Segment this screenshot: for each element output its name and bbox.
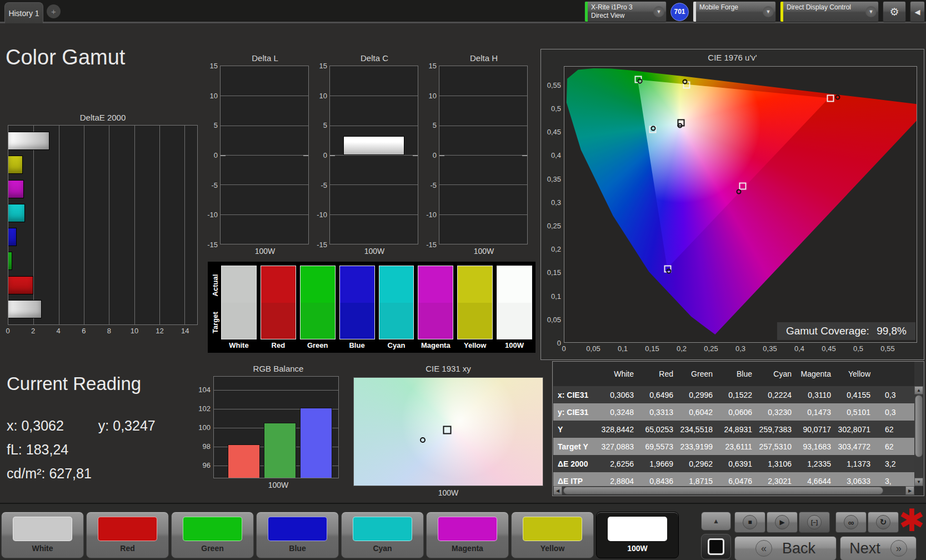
back-button[interactable]: « Back [734,536,837,560]
table-cell: 62 [876,442,914,451]
marker-circle-white [677,123,682,128]
table-row-label: x: CIE31 [553,391,600,399]
reading-fl: fL: 183,24 [7,442,156,458]
scroll-right-icon[interactable]: ▶ [905,486,914,495]
chevron-down-icon[interactable]: ▼ [652,2,666,22]
delta-y-axis: 151050-5-10-15 [422,66,439,244]
pattern-button-cyan[interactable]: Cyan [341,512,424,558]
pattern-button-yellow[interactable]: Yellow [511,512,594,558]
pattern-swatch [183,517,242,541]
table-cell: 93,1683 [797,442,837,451]
source-dropdown[interactable]: Mobile Forge ▼ [693,1,776,22]
gridline [330,96,418,96]
scroll-up-icon[interactable]: ▲ [914,386,923,394]
pattern-button-red[interactable]: Red [86,512,169,558]
axis-tick-label: 0,1 [551,292,561,300]
horizontal-scrollbar[interactable]: ◀ ▶ [553,486,914,495]
axis-label: 100W [193,478,343,489]
gridline [330,184,418,185]
deltae-bar-row [8,129,197,153]
target-row-label: Target [211,306,219,339]
meter-dropdown[interactable]: X-Rite i1Pro 3Direct View ▼ [584,1,667,22]
chevron-down-icon[interactable]: ▼ [864,2,878,22]
pattern-up-button[interactable]: ▲ [701,512,731,531]
pattern-button-blue[interactable]: Blue [256,512,339,558]
pattern-label: White [2,544,83,553]
pattern-label: Yellow [512,544,593,553]
up-arrow-icon: ▲ [713,517,719,525]
axis-tick-label: 4 [57,327,61,335]
top-bar-controls: X-Rite i1Pro 3Direct View ▼ 701 Mobile F… [584,1,925,22]
marker-circle-green [637,79,642,84]
display-control-dropdown[interactable]: Direct Display Control ▼ [780,1,879,22]
swatch-target [222,303,256,339]
chart-title: DeltaE 2000 [8,113,198,125]
stop-button[interactable]: ■ [734,512,765,533]
tab-history-1[interactable]: History 1 [4,2,43,23]
marker-square [443,426,452,434]
loop-button[interactable]: ∞ [835,512,867,533]
vertical-scrollbar[interactable]: ▲ ▼ [914,386,923,486]
axis-tick-label: 0,3 [735,344,745,353]
play-button[interactable]: ▶ [767,512,798,533]
table-cell: 303,4772 [837,442,876,451]
rgb-balance-chart: RGB Balance 1041021009896 100W [193,364,343,489]
zero-tick [221,155,226,156]
pattern-swatch [98,517,157,541]
table-cell: 1,1373 [837,459,876,468]
swatch-label: Magenta [418,339,453,352]
source-label: Mobile Forge [696,2,761,22]
add-tab-button[interactable]: + [47,4,61,18]
swatch-label: Green [300,339,336,352]
pattern-window-button[interactable] [701,534,731,559]
pattern-button-100w[interactable]: 100W [596,512,679,558]
scroll-thumb[interactable] [915,395,923,457]
step-button[interactable]: [–] [799,512,830,533]
table-cell: 2,6256 [600,459,639,468]
axis-label: 100W [353,486,543,497]
scroll-thumb[interactable] [563,487,883,494]
reading-x: x: 0,3062 [7,418,64,433]
table-body: WhiteRedGreenBlueCyanMagentaYellowx: CIE… [553,362,914,486]
chevron-left-icon: ◀ [915,8,920,16]
chart-title: CIE 1976 u'v' [541,53,924,65]
gridline [221,96,308,96]
refresh-button[interactable]: ↻ [868,512,899,533]
gridline [214,390,338,391]
cie1976-plot: Gamut Coverage: 99,8% [564,66,917,343]
axis-tick-label: 0,15 [645,344,659,353]
table-cell: 0,1473 [797,408,837,417]
deltae-bar-row [8,153,197,177]
pattern-button-white[interactable]: White [1,512,84,558]
pattern-button-green[interactable]: Green [171,512,254,558]
table-cell: 0,2224 [758,391,797,399]
zero-tick [330,155,335,156]
swatch-red [261,266,296,339]
pattern-window-icon [708,538,724,555]
table-row: ΔE ITP2,88040,84361,87156,04762,30214,66… [553,472,914,486]
pattern-swatch [438,517,497,541]
chevron-down-icon[interactable]: ▼ [761,2,775,22]
pattern-button-magenta[interactable]: Magenta [426,512,509,558]
actual-row-label: Actual [211,269,219,302]
next-button[interactable]: Next » [840,536,917,560]
axis-tick-label: 0,4 [551,151,561,159]
zero-tick [303,155,308,156]
collapse-panel-button[interactable]: ◀ [910,1,925,22]
settings-button[interactable]: ⚙ [883,1,906,22]
swatch-row-labels: Actual Target [209,266,221,352]
marker-circle-magenta [736,189,741,194]
cie1931-field [353,377,543,486]
swatch-label: White [221,339,257,352]
pattern-label: Green [172,544,253,553]
scroll-left-icon[interactable]: ◀ [553,486,562,495]
swatch-actual [379,266,414,303]
table-cell: 0,0606 [718,408,758,417]
axis-tick-label: -5 [211,181,218,189]
deltae-bar-row [8,177,197,201]
table-header-cell: Yellow [837,369,876,378]
scroll-down-icon[interactable]: ▼ [914,478,923,486]
table-cell: 3,0633 [837,477,876,486]
swatch-actual [458,266,492,303]
table-cell: 0,3 [876,391,914,399]
